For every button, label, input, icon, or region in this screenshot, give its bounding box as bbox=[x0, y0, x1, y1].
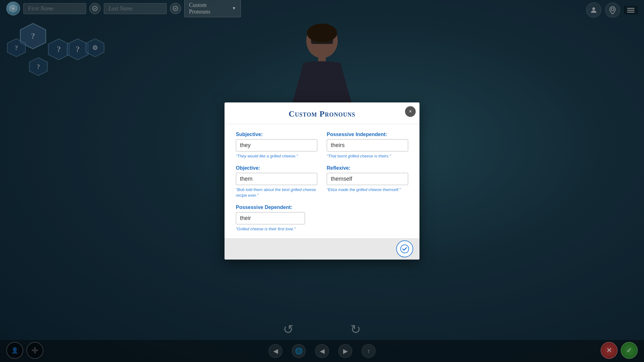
custom-pronouns-dialog: Custom Pronouns × Subjective: "They woul… bbox=[225, 102, 419, 260]
objective-example: "Bob told them about the best grilled ch… bbox=[236, 187, 317, 198]
possessive-independent-example: "That burnt grilled cheese is theirs." bbox=[327, 153, 408, 159]
objective-group: Objective: "Bob told them about the best… bbox=[236, 165, 317, 198]
objective-input[interactable] bbox=[236, 173, 317, 185]
subjective-input[interactable] bbox=[236, 139, 317, 151]
dialog-footer bbox=[225, 238, 419, 260]
subjective-group: Subjective: "They would like a grilled c… bbox=[236, 132, 317, 159]
dialog-header: Custom Pronouns bbox=[225, 102, 419, 124]
reflexive-input[interactable] bbox=[327, 173, 408, 185]
subjective-label: Subjective: bbox=[236, 132, 317, 137]
dialog-title: Custom Pronouns bbox=[234, 109, 410, 119]
subjective-example: "They would like a grilled cheese." bbox=[236, 153, 317, 159]
dialog-close-button[interactable]: × bbox=[405, 106, 416, 117]
reflexive-group: Reflexive: "Eliza made the grilled chees… bbox=[327, 165, 408, 198]
objective-label: Objective: bbox=[236, 165, 317, 171]
possessive-independent-group: Possessive Independent: "That burnt gril… bbox=[327, 132, 408, 159]
reflexive-label: Reflexive: bbox=[327, 165, 408, 171]
possessive-dependent-example: "Grilled cheese is their first love." bbox=[236, 226, 317, 232]
reflexive-example: "Eliza made the grilled cheese themself.… bbox=[327, 187, 408, 193]
possessive-independent-input[interactable] bbox=[327, 139, 408, 151]
possessive-dependent-label: Possessive Dependent: bbox=[236, 205, 317, 210]
possessive-dependent-group: Possessive Dependent: "Grilled cheese is… bbox=[236, 205, 317, 232]
dialog-body: Subjective: "They would like a grilled c… bbox=[225, 124, 419, 239]
possessive-dependent-input[interactable] bbox=[236, 212, 305, 224]
dialog-overlay: Custom Pronouns × Subjective: "They woul… bbox=[0, 0, 644, 362]
dialog-confirm-button[interactable] bbox=[396, 240, 413, 257]
possessive-independent-label: Possessive Independent: bbox=[327, 132, 408, 137]
